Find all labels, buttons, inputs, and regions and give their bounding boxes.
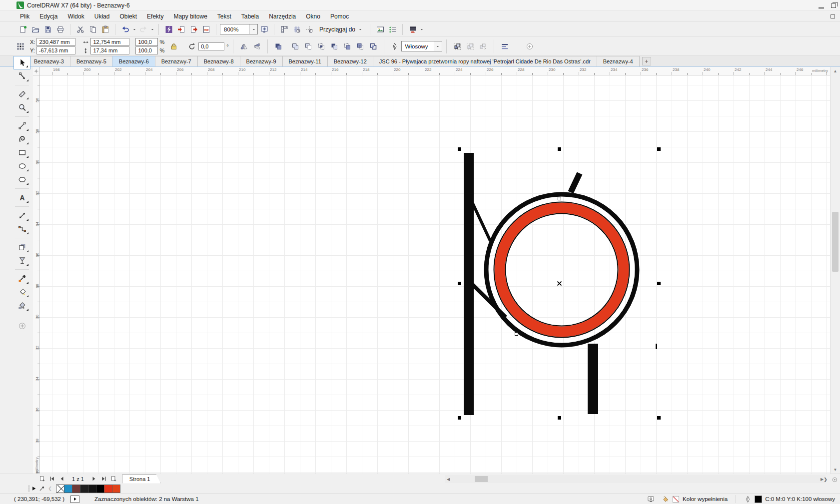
- menu-item-pomoc[interactable]: Pomoc: [325, 12, 354, 21]
- menu-item-okno[interactable]: Okno: [301, 12, 325, 21]
- back-minus-front-icon[interactable]: [354, 40, 367, 53]
- first-page-icon[interactable]: [47, 475, 57, 484]
- menu-item-tekst[interactable]: Tekst: [212, 12, 236, 21]
- selection-handle[interactable]: [558, 147, 561, 151]
- combine-icon[interactable]: [272, 40, 285, 53]
- horizontal-scroll-thumb[interactable]: [475, 476, 488, 482]
- chevron-down-icon[interactable]: [131, 23, 137, 35]
- simplify-icon[interactable]: [328, 40, 341, 53]
- horizontal-scrollbar[interactable]: ◀ ▶: [445, 475, 826, 483]
- ruler-origin-icon[interactable]: [33, 67, 40, 75]
- document-tab-1[interactable]: Beznazwy-3: [27, 56, 70, 66]
- menu-item-efekty[interactable]: Efekty: [142, 12, 168, 21]
- palette-flyout-icon[interactable]: [30, 484, 38, 493]
- y-position-field[interactable]: -67,613 mm: [36, 46, 75, 54]
- orange-red-swatch[interactable]: [112, 485, 120, 493]
- palette-eyedropper-icon[interactable]: [38, 484, 46, 493]
- plus-circle-icon[interactable]: [523, 40, 536, 53]
- black-swatch[interactable]: [96, 485, 104, 493]
- drop-shadow-tool[interactable]: [13, 240, 30, 254]
- front-minus-back-icon[interactable]: [341, 40, 354, 53]
- options-icon[interactable]: [374, 23, 386, 35]
- object-node[interactable]: [558, 197, 561, 200]
- status-play-icon[interactable]: [70, 496, 79, 503]
- text-tool[interactable]: A: [13, 191, 30, 204]
- document-tab-7[interactable]: Beznazwy-11: [282, 56, 328, 66]
- export-icon[interactable]: [187, 23, 200, 35]
- copy-icon[interactable]: [86, 23, 99, 35]
- scale-x-field[interactable]: 100,0: [135, 38, 158, 46]
- freehand-tool[interactable]: [13, 119, 30, 132]
- minimize-button-icon[interactable]: [819, 3, 824, 8]
- redo-icon[interactable]: [137, 23, 149, 35]
- ellipse-tool[interactable]: [13, 159, 30, 173]
- selection-handle[interactable]: [458, 282, 461, 285]
- menu-item-edycja[interactable]: Edycja: [34, 12, 62, 21]
- connector-tool[interactable]: [13, 222, 30, 236]
- selection-handle[interactable]: [657, 147, 661, 151]
- object-node[interactable]: [515, 332, 518, 336]
- add-tools-button[interactable]: [13, 319, 30, 333]
- save-icon[interactable]: [41, 23, 54, 35]
- new-document-icon[interactable]: [16, 23, 29, 35]
- document-tab-9[interactable]: JSC 96 - Pływajaca przetwornia ropy naft…: [373, 56, 597, 66]
- selection-handle[interactable]: [558, 416, 561, 420]
- artwork-red-ring[interactable]: [500, 208, 624, 332]
- artwork-top-stub[interactable]: [571, 173, 580, 192]
- crop-tool[interactable]: [13, 87, 30, 101]
- menu-item-obiekt[interactable]: Obiekt: [114, 12, 142, 21]
- artwork-upper-arm[interactable]: [472, 201, 490, 241]
- ungroup-all-icon[interactable]: [477, 40, 490, 53]
- fill-bucket-icon[interactable]: [662, 496, 669, 503]
- document-tab-3[interactable]: Beznazwy-6: [112, 56, 155, 66]
- snap-to-dropdown[interactable]: Przyciągaj do: [315, 24, 366, 34]
- document-tab-4[interactable]: Beznazwy-7: [155, 56, 198, 66]
- show-grid-icon[interactable]: [290, 23, 303, 35]
- dimension-tool[interactable]: [13, 209, 30, 222]
- chevron-down-icon[interactable]: [434, 41, 442, 51]
- paste-icon[interactable]: [99, 23, 111, 35]
- undo-icon[interactable]: [119, 23, 131, 35]
- navigator-icon[interactable]: [831, 475, 838, 484]
- pan-right-icon[interactable]: ❯: [822, 475, 829, 484]
- document-tab-5[interactable]: Beznazwy-8: [197, 56, 240, 66]
- vertical-ruler[interactable]: milimetry56586062646668707274767880: [33, 75, 40, 474]
- lock-ratio-icon[interactable]: [167, 40, 180, 53]
- selection-handle[interactable]: [458, 147, 461, 151]
- checklist-icon[interactable]: [386, 23, 399, 35]
- no-color-swatch[interactable]: [56, 485, 64, 493]
- open-folder-icon[interactable]: [29, 23, 41, 35]
- vertical-scrollbar[interactable]: ▲ ▼: [831, 67, 839, 474]
- interactive-fill-tool[interactable]: [13, 299, 30, 312]
- outline-width-select[interactable]: Włosowy: [401, 41, 442, 51]
- object-height-field[interactable]: 17,34 mm: [90, 46, 129, 54]
- menu-item-narz-dzia[interactable]: Narzędzia: [264, 12, 301, 21]
- drawing-canvas[interactable]: [40, 75, 830, 474]
- artwork-outer-ring[interactable]: [486, 194, 637, 345]
- chevron-down-icon[interactable]: [419, 23, 424, 35]
- smart-drawing-tool[interactable]: [13, 132, 30, 146]
- weld-icon[interactable]: [289, 40, 302, 53]
- rotation-angle-field[interactable]: 0,0: [198, 42, 224, 50]
- blue-swatch[interactable]: [64, 485, 72, 493]
- scroll-down-icon[interactable]: ▼: [831, 466, 840, 474]
- create-boundary-icon[interactable]: [367, 40, 380, 53]
- fullscreen-preview-icon[interactable]: [258, 23, 270, 35]
- horizontal-ruler[interactable]: milimetry1982002022042062082102122142162…: [40, 67, 830, 75]
- zoom-tool[interactable]: [13, 101, 30, 114]
- last-page-icon[interactable]: [99, 475, 109, 484]
- menu-item-widok[interactable]: Widok: [62, 12, 89, 21]
- outline-nib-icon[interactable]: [744, 496, 752, 503]
- add-page-icon[interactable]: [37, 475, 47, 484]
- mirror-horizontal-icon[interactable]: [237, 40, 250, 53]
- selection-handle[interactable]: [657, 416, 661, 420]
- page-tab[interactable]: Strona 1: [122, 475, 161, 484]
- document-tab-10[interactable]: Beznazwy-4: [597, 56, 640, 66]
- corel-connect-icon[interactable]: [162, 23, 175, 35]
- import-icon[interactable]: [175, 23, 187, 35]
- fill-tool[interactable]: [13, 285, 30, 299]
- publish-pdf-icon[interactable]: PDF: [200, 23, 212, 35]
- print-icon[interactable]: [54, 23, 66, 35]
- restore-button-icon[interactable]: [831, 3, 836, 8]
- menu-item-mapy-bitowe[interactable]: Mapy bitowe: [168, 12, 212, 21]
